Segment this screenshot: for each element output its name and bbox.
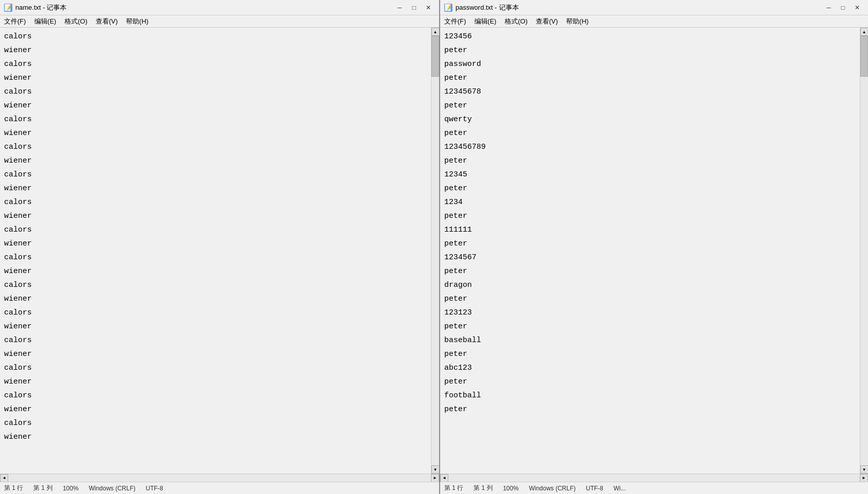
notepad-left-window: 📝 name.txt - 记事本 ─ □ ✕ 文件(F) 编辑(E) 格式(O)…: [0, 0, 440, 494]
hscroll-left-btn-right[interactable]: ◄: [440, 474, 448, 482]
list-item: calors: [4, 113, 427, 126]
list-item: 12345678: [444, 85, 856, 99]
scroll-thumb-right[interactable]: [860, 36, 868, 77]
hscrollbar-left[interactable]: ◄ ►: [0, 474, 439, 482]
list-item: peter: [444, 402, 856, 416]
menu-edit-left[interactable]: 编辑(E): [30, 16, 60, 27]
scroll-down-right[interactable]: ▼: [860, 465, 869, 474]
list-item: peter: [444, 237, 856, 251]
status-bar-left: 第 1 行 第 1 列 100% Windows (CRLF) UTF-8: [0, 482, 439, 494]
list-item: peter: [444, 347, 856, 361]
scroll-up-right[interactable]: ▲: [860, 28, 869, 36]
list-item: 123456: [444, 30, 856, 43]
list-item: qwerty: [444, 113, 856, 126]
list-item: peter: [444, 292, 856, 306]
content-area-left: calorswienercalorswienercalorswienercalo…: [0, 28, 439, 474]
status-col-left: 第 1 列: [33, 484, 52, 492]
list-item: wiener: [4, 154, 427, 168]
title-right-content: 📝 password.txt - 记事本: [444, 3, 519, 12]
list-item: peter: [444, 99, 856, 113]
window-controls-right: ─ □ ✕: [822, 3, 864, 13]
list-item: peter: [444, 320, 856, 333]
text-content-left[interactable]: calorswienercalorswienercalorswienercalo…: [0, 28, 431, 474]
menu-bar-left: 文件(F) 编辑(E) 格式(O) 查看(V) 帮助(H): [0, 15, 439, 28]
title-text-left: name.txt - 记事本: [15, 3, 67, 12]
list-item: 12345: [444, 168, 856, 182]
status-win-right: Wi...: [614, 485, 626, 492]
status-zoom-right: 100%: [503, 485, 519, 492]
status-zoom-left: 100%: [63, 485, 79, 492]
list-item: 1234567: [444, 251, 856, 264]
scrollbar-right[interactable]: ▲ ▼: [860, 28, 868, 474]
list-item: calors: [4, 195, 427, 209]
hscroll-left-btn[interactable]: ◄: [0, 474, 8, 482]
minimize-button-left[interactable]: ─: [393, 3, 406, 13]
list-item: wiener: [4, 182, 427, 195]
menu-file-left[interactable]: 文件(F): [0, 16, 30, 27]
menu-file-right[interactable]: 文件(F): [440, 16, 470, 27]
text-content-right[interactable]: 123456peterpasswordpeter12345678peterqwe…: [440, 28, 860, 474]
hscroll-track-left[interactable]: [8, 474, 431, 482]
maximize-button-right[interactable]: □: [836, 3, 850, 13]
close-button-right[interactable]: ✕: [851, 3, 864, 13]
list-item: calors: [4, 278, 427, 292]
menu-format-left[interactable]: 格式(O): [60, 16, 92, 27]
list-item: 123456789: [444, 140, 856, 154]
list-item: peter: [444, 182, 856, 195]
status-encoding-right: UTF-8: [586, 485, 603, 492]
list-item: 111111: [444, 223, 856, 237]
scrollbar-left[interactable]: ▲ ▼: [431, 28, 439, 474]
menu-edit-right[interactable]: 编辑(E): [470, 16, 501, 27]
list-item: calors: [4, 333, 427, 347]
list-item: football: [444, 389, 856, 402]
scroll-track-right[interactable]: [860, 36, 868, 465]
status-encoding-left: UTF-8: [146, 485, 163, 492]
list-item: peter: [444, 71, 856, 85]
title-left-content: 📝 name.txt - 记事本: [4, 3, 67, 12]
list-item: 1234: [444, 195, 856, 209]
title-text-right: password.txt - 记事本: [455, 3, 519, 12]
menu-format-right[interactable]: 格式(O): [501, 16, 532, 27]
hscroll-track-right[interactable]: [448, 474, 860, 482]
title-bar-left: 📝 name.txt - 记事本 ─ □ ✕: [0, 0, 439, 15]
menu-view-left[interactable]: 查看(V): [92, 16, 122, 27]
scroll-track-left[interactable]: [431, 36, 439, 465]
list-item: calors: [4, 251, 427, 264]
scroll-up-left[interactable]: ▲: [431, 28, 440, 36]
list-item: calors: [4, 85, 427, 99]
menu-bar-right: 文件(F) 编辑(E) 格式(O) 查看(V) 帮助(H): [440, 15, 868, 28]
status-eol-right: Windows (CRLF): [529, 485, 575, 492]
maximize-button-left[interactable]: □: [407, 3, 421, 13]
notepad-icon-right: 📝: [444, 4, 452, 12]
list-item: peter: [444, 154, 856, 168]
list-item: calors: [4, 140, 427, 154]
list-item: wiener: [4, 237, 427, 251]
list-item: wiener: [4, 430, 427, 444]
list-item: calors: [4, 361, 427, 375]
list-item: wiener: [4, 375, 427, 389]
list-item: wiener: [4, 320, 427, 333]
list-item: password: [444, 57, 856, 71]
list-item: wiener: [4, 292, 427, 306]
menu-help-right[interactable]: 帮助(H): [562, 16, 593, 27]
notepad-right-window: 📝 password.txt - 记事本 ─ □ ✕ 文件(F) 编辑(E) 格…: [440, 0, 868, 494]
scroll-down-left[interactable]: ▼: [431, 465, 440, 474]
list-item: wiener: [4, 71, 427, 85]
scroll-thumb-left[interactable]: [431, 36, 439, 77]
title-bar-right: 📝 password.txt - 记事本 ─ □ ✕: [440, 0, 868, 15]
hscrollbar-right[interactable]: ◄ ►: [440, 474, 868, 482]
list-item: wiener: [4, 264, 427, 278]
status-col-right: 第 1 列: [473, 484, 492, 492]
list-item: calors: [4, 416, 427, 430]
list-item: wiener: [4, 126, 427, 140]
list-item: peter: [444, 375, 856, 389]
list-item: wiener: [4, 43, 427, 57]
notepad-icon-left: 📝: [4, 4, 12, 12]
minimize-button-right[interactable]: ─: [822, 3, 835, 13]
hscroll-right-btn[interactable]: ►: [431, 474, 439, 482]
list-item: baseball: [444, 333, 856, 347]
close-button-left[interactable]: ✕: [422, 3, 435, 13]
menu-view-right[interactable]: 查看(V): [532, 16, 562, 27]
menu-help-left[interactable]: 帮助(H): [122, 16, 153, 27]
hscroll-right-btn-right[interactable]: ►: [860, 474, 868, 482]
